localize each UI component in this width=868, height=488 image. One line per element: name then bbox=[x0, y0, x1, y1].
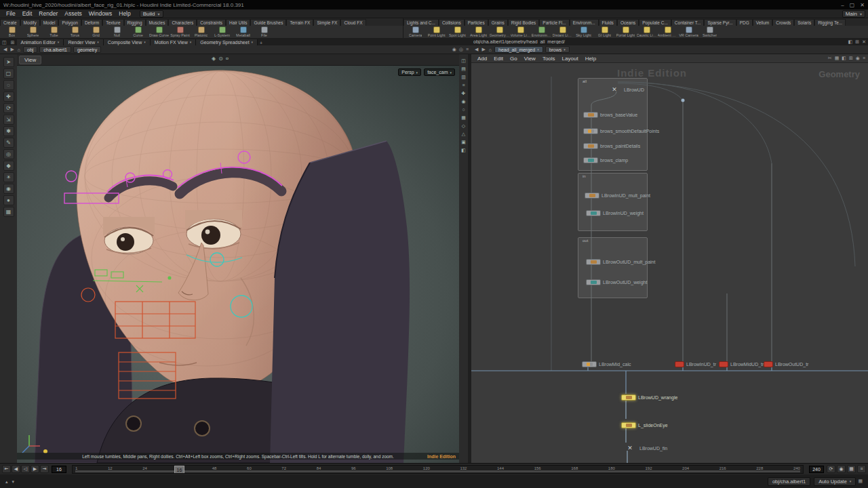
shelf-tab[interactable]: Rigging Te... bbox=[814, 19, 846, 26]
shelf-tab[interactable]: Particles bbox=[465, 19, 488, 26]
network-node[interactable]: ✕ brows_baseValue bbox=[583, 111, 637, 118]
add-pane-tab-button[interactable]: + bbox=[258, 41, 264, 45]
projection-selector[interactable]: Persp ▾ bbox=[398, 68, 421, 76]
shelf-tab[interactable]: Create bbox=[0, 19, 20, 26]
grid-toggle-icon[interactable]: ▦ bbox=[461, 115, 466, 121]
forward-icon[interactable]: ▶ bbox=[9, 47, 14, 52]
shelf-tool[interactable]: Area Light bbox=[468, 26, 489, 38]
shelf-tool[interactable]: Volume Lig... bbox=[510, 26, 531, 38]
shaded-toggle-icon[interactable]: ▤ bbox=[461, 66, 466, 72]
lasso-select-tool-icon[interactable]: ◌ bbox=[3, 80, 14, 90]
menu-item[interactable]: Windows bbox=[85, 10, 115, 17]
units-icon[interactable]: ¤ bbox=[226, 56, 229, 62]
snapshot-icon[interactable]: ◉ bbox=[452, 47, 456, 52]
network-node-body[interactable]: ✕ bbox=[586, 259, 601, 265]
menu-item[interactable]: Render bbox=[35, 10, 61, 17]
pane-tab[interactable]: Motion FX View ▾ bbox=[151, 39, 196, 45]
snap-tool-icon[interactable]: ◎ bbox=[3, 149, 14, 159]
normals-display-icon[interactable]: ◇ bbox=[462, 123, 465, 129]
network-node-body[interactable]: ✕ bbox=[719, 361, 728, 367]
shelf-tab[interactable]: Muscles bbox=[146, 19, 169, 26]
network-node[interactable]: ✕ LBrowUD_wrangle bbox=[621, 394, 677, 401]
shelf-tool[interactable]: Box bbox=[1, 26, 22, 38]
jump-to-start-button[interactable]: ⇤ bbox=[2, 465, 11, 473]
loop-mode-button[interactable]: ⟳ bbox=[827, 465, 835, 473]
network-node[interactable]: ✕ LBrowMid_calc bbox=[582, 361, 631, 367]
network-node[interactable]: ✕ LBrowOutUD_tr bbox=[764, 361, 808, 367]
shelf-tool[interactable]: Sky Light bbox=[573, 26, 594, 38]
shelf-tab[interactable]: Fluids bbox=[599, 19, 617, 26]
shelf-tab[interactable]: Constraints bbox=[197, 19, 226, 26]
pin-pane-icon[interactable]: ◎ bbox=[459, 47, 463, 52]
rotate-tool-icon[interactable]: ⟳ bbox=[3, 103, 14, 113]
shelf-tool[interactable]: Distant Lig... bbox=[552, 26, 573, 38]
pane-grid-icon[interactable]: ⊞ bbox=[855, 39, 859, 45]
shelf-tool[interactable]: Environme... bbox=[531, 26, 552, 38]
network-menu-item[interactable]: Edit bbox=[490, 56, 507, 62]
snapshot-icon[interactable]: ◧ bbox=[461, 147, 466, 153]
anim-options-button[interactable]: ▦ bbox=[847, 465, 856, 473]
network-node[interactable]: ✕ L_slideOnEye bbox=[621, 422, 668, 428]
shelf-tool[interactable]: Metaball bbox=[233, 26, 254, 38]
net-split-icon[interactable]: ⊞ bbox=[849, 56, 853, 61]
shelf-tab[interactable]: Model bbox=[40, 19, 59, 26]
network-node-body[interactable]: ✕ bbox=[586, 210, 601, 216]
viewport-layout-icon[interactable]: ▣ bbox=[461, 139, 466, 145]
title-bar[interactable]: W:/houdini_hive_2020/houdini/albert_face… bbox=[0, 0, 868, 9]
shelf-tab[interactable]: Grains bbox=[488, 19, 508, 26]
shelf-tab[interactable]: Deform bbox=[81, 19, 102, 26]
network-node-body[interactable]: ✕ bbox=[586, 279, 601, 285]
breadcrumb-item[interactable]: obj bbox=[23, 46, 37, 53]
network-node[interactable]: ✕ LBrowUD bbox=[607, 86, 644, 93]
shelf-tab[interactable]: PDG bbox=[736, 19, 753, 26]
shelf-tab[interactable]: Vellum bbox=[753, 19, 773, 26]
shelf-tab[interactable]: Cloud FX bbox=[340, 19, 366, 26]
current-node-path[interactable]: obj/cha.albert1 bbox=[768, 477, 810, 486]
network-node[interactable]: ✕ brows_smoothDefaultPoints bbox=[583, 127, 659, 134]
forward-icon[interactable]: ▶ bbox=[481, 47, 486, 52]
shelf-tab[interactable]: Rigging bbox=[124, 19, 146, 26]
shelf-tab[interactable]: Crowds bbox=[772, 19, 794, 26]
display-menu-icon[interactable]: ≡ bbox=[462, 82, 465, 88]
keyframe-tool-icon[interactable]: ◆ bbox=[3, 161, 14, 171]
shelf-tool[interactable]: Null bbox=[106, 26, 127, 38]
scale-tool-icon[interactable]: ⇲ bbox=[3, 115, 14, 125]
pane-tab[interactable]: Render View ▾ bbox=[64, 39, 103, 45]
points-display-icon[interactable]: ○ bbox=[462, 106, 465, 113]
network-node-body[interactable]: ✕ bbox=[583, 128, 598, 134]
shelf-tab[interactable]: Collisions bbox=[439, 19, 465, 26]
network-node-body[interactable]: ✕ bbox=[582, 361, 597, 367]
network-menu-item[interactable]: View bbox=[521, 56, 539, 62]
shelf-tool[interactable]: Ambient Li... bbox=[657, 26, 678, 38]
shelf-tool[interactable]: Portal Light bbox=[615, 26, 636, 38]
network-node-body[interactable]: ✕ bbox=[621, 422, 636, 428]
maximize-button[interactable]: ▢ bbox=[850, 2, 855, 8]
shelf-tab[interactable]: Lights and C... bbox=[403, 19, 439, 26]
timeline[interactable]: 1122436486072849610812013214415616818019… bbox=[72, 465, 804, 474]
network-node[interactable]: ✕ LBrowMidUD_tr bbox=[719, 361, 764, 367]
menu-item[interactable]: Help bbox=[115, 10, 134, 17]
shelf-tab[interactable]: Terrain FX bbox=[286, 19, 313, 26]
desktop-grid-icon[interactable]: ▦ bbox=[856, 479, 865, 484]
camera-lock-icon[interactable]: ◉ bbox=[461, 98, 465, 104]
shelf-tool[interactable]: Switcher bbox=[699, 26, 720, 38]
back-icon[interactable]: ◀ bbox=[3, 47, 7, 52]
guides-display-icon[interactable]: △ bbox=[462, 131, 465, 137]
translate-tool-icon[interactable]: ✚ bbox=[3, 92, 14, 102]
network-node-body[interactable]: ✕ bbox=[583, 112, 598, 118]
display-options-icon[interactable]: ▦ bbox=[3, 207, 14, 217]
shelf-tab[interactable]: Oceans bbox=[617, 19, 639, 26]
viewport-canvas[interactable]: Persp ▾ face_cam ▾ Left mouse tumbles, M… bbox=[17, 66, 459, 463]
pane-grid-icon[interactable]: ⊞ bbox=[9, 40, 17, 45]
shelf-tab[interactable]: Guide Brushes bbox=[250, 19, 286, 26]
hide-messages-icon[interactable]: ▾ bbox=[10, 479, 17, 484]
net-snap-icon[interactable]: ✂ bbox=[828, 56, 832, 61]
paint-brush-tool-icon[interactable]: ✎ bbox=[3, 138, 14, 148]
show-messages-icon[interactable]: ▴ bbox=[3, 479, 10, 484]
pane-split-icon[interactable]: ◫ bbox=[0, 40, 9, 45]
breadcrumb-item[interactable]: cha.albert1 bbox=[39, 46, 71, 53]
net-grid-icon[interactable]: ▦ bbox=[835, 56, 840, 61]
shelf-tab[interactable]: Solaris bbox=[794, 19, 814, 26]
network-node-body[interactable]: ✕ bbox=[764, 361, 773, 367]
shelf-tool[interactable]: Platonic bbox=[191, 26, 212, 38]
